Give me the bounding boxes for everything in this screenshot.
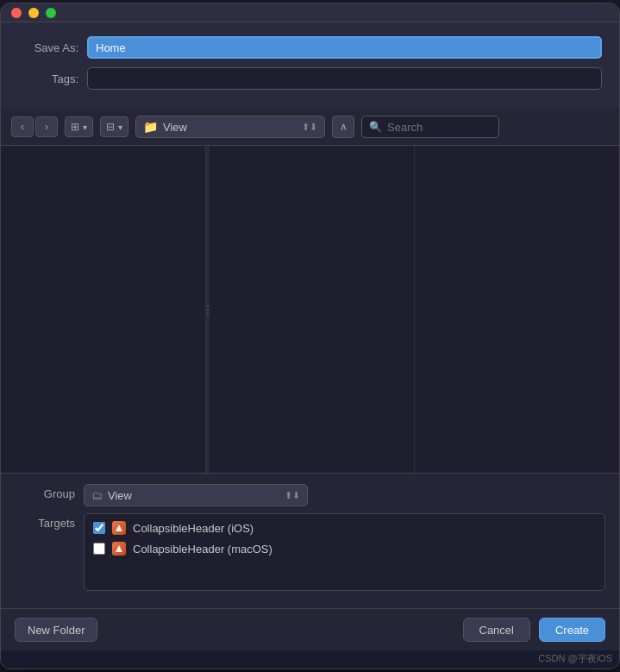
grid-view-chevron: ▾: [118, 122, 122, 132]
group-row: Group 🗂 View ⬆⬇: [15, 484, 605, 506]
toolbar: ‹ › ⊞ ▾ ⊟ ▾ 📁 View ⬆⬇ ∧ 🔍: [1, 109, 619, 146]
save-as-label: Save As:: [18, 41, 78, 54]
action-bar: New Folder Cancel Create: [1, 608, 619, 650]
browser-col-2: [210, 146, 415, 473]
back-button[interactable]: ‹: [11, 116, 34, 137]
group-label: Group: [15, 484, 75, 500]
action-buttons: Cancel Create: [463, 618, 606, 642]
grid-view-icon: ⊟: [106, 121, 115, 133]
svg-marker-0: [116, 524, 122, 531]
columns-view-chevron: ▾: [83, 122, 87, 132]
browser-col-3: [415, 146, 619, 473]
target-checkbox-ios[interactable]: [93, 522, 105, 534]
resize-dots: ⋮: [202, 303, 214, 317]
nav-buttons: ‹ ›: [11, 116, 58, 137]
search-icon: 🔍: [369, 121, 382, 133]
group-folder-icon: 🗂: [91, 489, 103, 502]
tags-label: Tags:: [18, 72, 78, 85]
grid-view-button[interactable]: ⊟ ▾: [100, 116, 128, 137]
target-checkbox-macos[interactable]: [93, 543, 105, 555]
save-dialog: Save As: Tags: ‹ › ⊞ ▾ ⊟ ▾ 📁 View ⬆⬇ ∧: [0, 3, 620, 669]
columns-view-icon: ⊞: [71, 121, 79, 133]
tags-row: Tags:: [18, 67, 602, 90]
close-dot[interactable]: [11, 8, 22, 18]
group-spin-arrows: ⬆⬇: [285, 490, 300, 501]
svg-marker-1: [116, 545, 122, 552]
tags-input[interactable]: [87, 67, 602, 90]
resize-handle-1[interactable]: ⋮: [206, 146, 210, 473]
title-bar: [1, 3, 619, 22]
create-button[interactable]: Create: [539, 618, 605, 642]
form-section: Save As: Tags:: [1, 22, 619, 109]
bottom-section: Group 🗂 View ⬆⬇ Targets CollapsibleHeade…: [1, 474, 619, 608]
cancel-button[interactable]: Cancel: [463, 618, 530, 642]
target-item-ios: CollapsibleHeader (iOS): [85, 518, 604, 538]
save-as-input[interactable]: [87, 36, 602, 59]
maximize-dot[interactable]: [46, 8, 56, 18]
forward-button[interactable]: ›: [35, 116, 58, 137]
location-label: View: [163, 121, 187, 134]
target-label-macos: CollapsibleHeader (macOS): [133, 543, 272, 556]
target-icon-ios: [112, 521, 126, 535]
watermark: CSDN @宇夜iOS: [1, 650, 619, 669]
target-icon-macos: [112, 542, 126, 556]
browser-col-1: [1, 146, 206, 473]
group-value: View: [108, 489, 132, 502]
target-item-macos: CollapsibleHeader (macOS): [85, 538, 604, 559]
target-label-ios: CollapsibleHeader (iOS): [133, 522, 254, 535]
folder-icon: 📁: [143, 120, 158, 134]
targets-label: Targets: [15, 513, 75, 530]
new-folder-button[interactable]: New Folder: [15, 618, 97, 642]
save-as-row: Save As:: [18, 36, 602, 59]
targets-row: Targets CollapsibleHeader (iOS) Collapsi…: [15, 513, 605, 591]
file-browser: ⋮: [1, 146, 619, 474]
location-chevrons: ⬆⬇: [302, 122, 317, 133]
location-button[interactable]: 📁 View ⬆⬇: [135, 116, 325, 138]
up-icon: ∧: [340, 121, 348, 133]
search-input[interactable]: [387, 121, 492, 134]
up-button[interactable]: ∧: [332, 116, 354, 138]
group-select[interactable]: 🗂 View ⬆⬇: [84, 484, 308, 506]
targets-list: CollapsibleHeader (iOS) CollapsibleHeade…: [84, 513, 605, 591]
columns-view-button[interactable]: ⊞ ▾: [65, 116, 93, 137]
minimize-dot[interactable]: [28, 8, 39, 18]
search-box: 🔍: [361, 116, 499, 138]
